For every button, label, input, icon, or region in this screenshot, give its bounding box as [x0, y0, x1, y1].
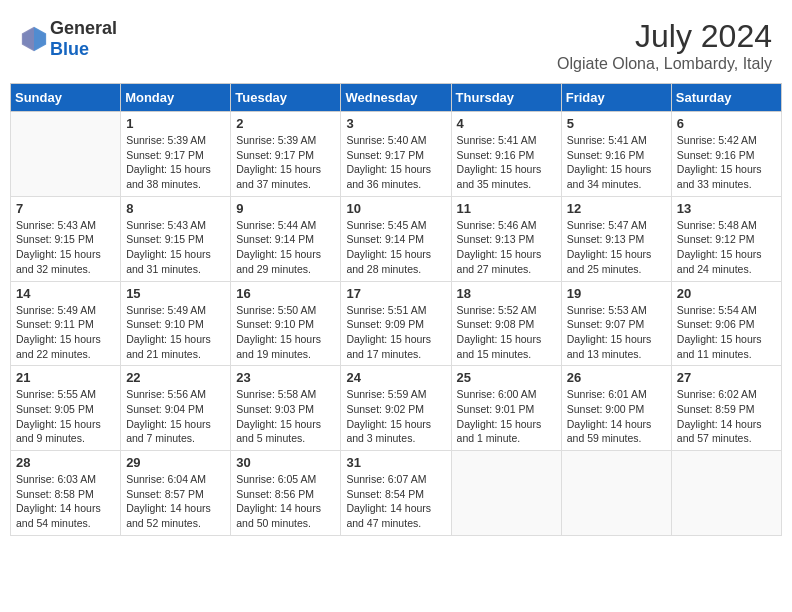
location-title: Olgiate Olona, Lombardy, Italy — [557, 55, 772, 73]
calendar-cell: 17Sunrise: 5:51 AMSunset: 9:09 PMDayligh… — [341, 281, 451, 366]
day-number: 17 — [346, 286, 445, 301]
day-number: 13 — [677, 201, 776, 216]
day-info: Sunrise: 5:59 AMSunset: 9:02 PMDaylight:… — [346, 387, 445, 446]
calendar-week-row: 1Sunrise: 5:39 AMSunset: 9:17 PMDaylight… — [11, 112, 782, 197]
calendar-cell: 15Sunrise: 5:49 AMSunset: 9:10 PMDayligh… — [121, 281, 231, 366]
calendar-cell — [451, 451, 561, 536]
day-number: 11 — [457, 201, 556, 216]
day-info: Sunrise: 5:45 AMSunset: 9:14 PMDaylight:… — [346, 218, 445, 277]
day-number: 14 — [16, 286, 115, 301]
calendar-cell: 9Sunrise: 5:44 AMSunset: 9:14 PMDaylight… — [231, 196, 341, 281]
day-info: Sunrise: 6:03 AMSunset: 8:58 PMDaylight:… — [16, 472, 115, 531]
day-info: Sunrise: 6:04 AMSunset: 8:57 PMDaylight:… — [126, 472, 225, 531]
day-info: Sunrise: 5:49 AMSunset: 9:10 PMDaylight:… — [126, 303, 225, 362]
calendar-week-row: 14Sunrise: 5:49 AMSunset: 9:11 PMDayligh… — [11, 281, 782, 366]
day-info: Sunrise: 5:44 AMSunset: 9:14 PMDaylight:… — [236, 218, 335, 277]
day-header-thursday: Thursday — [451, 84, 561, 112]
day-number: 23 — [236, 370, 335, 385]
day-info: Sunrise: 5:49 AMSunset: 9:11 PMDaylight:… — [16, 303, 115, 362]
calendar-cell: 3Sunrise: 5:40 AMSunset: 9:17 PMDaylight… — [341, 112, 451, 197]
day-number: 4 — [457, 116, 556, 131]
calendar-cell: 28Sunrise: 6:03 AMSunset: 8:58 PMDayligh… — [11, 451, 121, 536]
logo: General Blue — [20, 18, 117, 60]
calendar-cell: 30Sunrise: 6:05 AMSunset: 8:56 PMDayligh… — [231, 451, 341, 536]
day-number: 15 — [126, 286, 225, 301]
day-number: 1 — [126, 116, 225, 131]
title-area: July 2024 Olgiate Olona, Lombardy, Italy — [557, 18, 772, 73]
day-info: Sunrise: 5:46 AMSunset: 9:13 PMDaylight:… — [457, 218, 556, 277]
logo-text-blue: Blue — [50, 39, 89, 59]
day-number: 2 — [236, 116, 335, 131]
calendar-cell: 14Sunrise: 5:49 AMSunset: 9:11 PMDayligh… — [11, 281, 121, 366]
calendar-cell: 19Sunrise: 5:53 AMSunset: 9:07 PMDayligh… — [561, 281, 671, 366]
day-number: 31 — [346, 455, 445, 470]
day-header-sunday: Sunday — [11, 84, 121, 112]
day-header-monday: Monday — [121, 84, 231, 112]
calendar-cell: 13Sunrise: 5:48 AMSunset: 9:12 PMDayligh… — [671, 196, 781, 281]
day-info: Sunrise: 5:39 AMSunset: 9:17 PMDaylight:… — [236, 133, 335, 192]
calendar-cell: 31Sunrise: 6:07 AMSunset: 8:54 PMDayligh… — [341, 451, 451, 536]
calendar-cell: 8Sunrise: 5:43 AMSunset: 9:15 PMDaylight… — [121, 196, 231, 281]
day-info: Sunrise: 5:43 AMSunset: 9:15 PMDaylight:… — [126, 218, 225, 277]
day-number: 9 — [236, 201, 335, 216]
day-info: Sunrise: 5:52 AMSunset: 9:08 PMDaylight:… — [457, 303, 556, 362]
day-info: Sunrise: 5:41 AMSunset: 9:16 PMDaylight:… — [457, 133, 556, 192]
calendar-cell: 2Sunrise: 5:39 AMSunset: 9:17 PMDaylight… — [231, 112, 341, 197]
calendar-cell: 18Sunrise: 5:52 AMSunset: 9:08 PMDayligh… — [451, 281, 561, 366]
day-number: 16 — [236, 286, 335, 301]
day-info: Sunrise: 6:01 AMSunset: 9:00 PMDaylight:… — [567, 387, 666, 446]
calendar-cell: 24Sunrise: 5:59 AMSunset: 9:02 PMDayligh… — [341, 366, 451, 451]
day-number: 10 — [346, 201, 445, 216]
day-info: Sunrise: 5:51 AMSunset: 9:09 PMDaylight:… — [346, 303, 445, 362]
calendar-cell: 25Sunrise: 6:00 AMSunset: 9:01 PMDayligh… — [451, 366, 561, 451]
day-number: 26 — [567, 370, 666, 385]
day-info: Sunrise: 5:43 AMSunset: 9:15 PMDaylight:… — [16, 218, 115, 277]
day-info: Sunrise: 5:48 AMSunset: 9:12 PMDaylight:… — [677, 218, 776, 277]
day-header-wednesday: Wednesday — [341, 84, 451, 112]
calendar-cell — [11, 112, 121, 197]
header: General Blue July 2024 Olgiate Olona, Lo… — [10, 10, 782, 77]
day-number: 29 — [126, 455, 225, 470]
day-info: Sunrise: 5:54 AMSunset: 9:06 PMDaylight:… — [677, 303, 776, 362]
day-number: 27 — [677, 370, 776, 385]
day-number: 19 — [567, 286, 666, 301]
day-number: 8 — [126, 201, 225, 216]
day-info: Sunrise: 5:39 AMSunset: 9:17 PMDaylight:… — [126, 133, 225, 192]
calendar-week-row: 21Sunrise: 5:55 AMSunset: 9:05 PMDayligh… — [11, 366, 782, 451]
day-info: Sunrise: 6:00 AMSunset: 9:01 PMDaylight:… — [457, 387, 556, 446]
month-title: July 2024 — [557, 18, 772, 55]
day-info: Sunrise: 5:55 AMSunset: 9:05 PMDaylight:… — [16, 387, 115, 446]
calendar-cell: 1Sunrise: 5:39 AMSunset: 9:17 PMDaylight… — [121, 112, 231, 197]
day-info: Sunrise: 5:40 AMSunset: 9:17 PMDaylight:… — [346, 133, 445, 192]
day-info: Sunrise: 5:47 AMSunset: 9:13 PMDaylight:… — [567, 218, 666, 277]
day-number: 6 — [677, 116, 776, 131]
day-number: 24 — [346, 370, 445, 385]
calendar-week-row: 7Sunrise: 5:43 AMSunset: 9:15 PMDaylight… — [11, 196, 782, 281]
day-number: 22 — [126, 370, 225, 385]
day-number: 28 — [16, 455, 115, 470]
day-info: Sunrise: 6:07 AMSunset: 8:54 PMDaylight:… — [346, 472, 445, 531]
calendar-cell — [561, 451, 671, 536]
day-number: 18 — [457, 286, 556, 301]
day-info: Sunrise: 6:05 AMSunset: 8:56 PMDaylight:… — [236, 472, 335, 531]
calendar-cell: 21Sunrise: 5:55 AMSunset: 9:05 PMDayligh… — [11, 366, 121, 451]
calendar-week-row: 28Sunrise: 6:03 AMSunset: 8:58 PMDayligh… — [11, 451, 782, 536]
day-number: 3 — [346, 116, 445, 131]
day-header-tuesday: Tuesday — [231, 84, 341, 112]
svg-marker-2 — [22, 27, 34, 51]
day-info: Sunrise: 5:58 AMSunset: 9:03 PMDaylight:… — [236, 387, 335, 446]
day-info: Sunrise: 5:41 AMSunset: 9:16 PMDaylight:… — [567, 133, 666, 192]
svg-marker-1 — [34, 27, 46, 51]
calendar-cell: 16Sunrise: 5:50 AMSunset: 9:10 PMDayligh… — [231, 281, 341, 366]
calendar-cell: 26Sunrise: 6:01 AMSunset: 9:00 PMDayligh… — [561, 366, 671, 451]
day-info: Sunrise: 5:50 AMSunset: 9:10 PMDaylight:… — [236, 303, 335, 362]
calendar-cell: 22Sunrise: 5:56 AMSunset: 9:04 PMDayligh… — [121, 366, 231, 451]
calendar-cell: 11Sunrise: 5:46 AMSunset: 9:13 PMDayligh… — [451, 196, 561, 281]
day-info: Sunrise: 6:02 AMSunset: 8:59 PMDaylight:… — [677, 387, 776, 446]
calendar-cell: 5Sunrise: 5:41 AMSunset: 9:16 PMDaylight… — [561, 112, 671, 197]
day-info: Sunrise: 5:42 AMSunset: 9:16 PMDaylight:… — [677, 133, 776, 192]
day-number: 20 — [677, 286, 776, 301]
day-number: 5 — [567, 116, 666, 131]
calendar-cell — [671, 451, 781, 536]
calendar-cell: 10Sunrise: 5:45 AMSunset: 9:14 PMDayligh… — [341, 196, 451, 281]
